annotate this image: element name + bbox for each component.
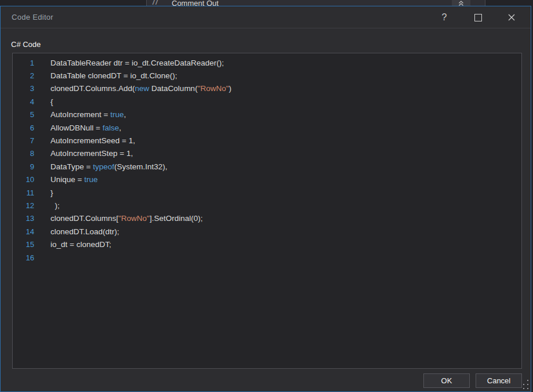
code-token: AutoIncrement = [50, 110, 110, 119]
background-window-strip: // Comment Out [0, 0, 533, 6]
code-text: AllowDBNull = false, [50, 124, 121, 132]
code-text: clonedDT.Columns.Add(new DataColumn("Row… [50, 84, 231, 93]
code-line[interactable]: 8AutoIncrementStep = 1, [13, 147, 521, 160]
line-number: 1 [13, 59, 34, 67]
code-text: DataTable clonedDT = io_dt.Clone(); [50, 71, 177, 80]
code-line[interactable]: 15io_dt = clonedDT; [13, 238, 521, 251]
code-token: io_dt = clonedDT; [50, 240, 111, 249]
line-number: 12 [13, 201, 34, 210]
code-line[interactable]: 12 ); [13, 199, 521, 212]
code-token: DataTable clonedDT = io_dt.Clone(); [50, 71, 177, 80]
code-token: ) [229, 84, 231, 93]
collapse-button[interactable] [452, 0, 470, 6]
code-token: clonedDT.Load(dtr); [50, 227, 119, 236]
code-text: } [50, 188, 53, 197]
code-text: AutoIncrementStep = 1, [50, 149, 133, 158]
menu-divider [146, 0, 147, 6]
code-text: AutoIncrementSeed = 1, [50, 136, 135, 145]
line-number: 14 [13, 227, 34, 236]
code-token: DataTableReader dtr = io_dt.CreateDataRe… [50, 59, 224, 67]
close-icon [507, 13, 516, 21]
code-token: new [135, 84, 150, 93]
code-token: clonedDT.Columns.Add( [50, 84, 135, 93]
code-token: , [124, 110, 126, 119]
code-editor-dialog: Code Editor ? C# Code 1DataTableReader d… [0, 6, 531, 392]
line-number: 16 [13, 253, 34, 262]
menu-divider [485, 0, 485, 6]
code-text: clonedDT.Columns["RowNo"].SetOrdinal(0); [50, 214, 202, 223]
dialog-title: Code Editor [12, 13, 53, 21]
code-token: AllowDBNull = [50, 124, 103, 132]
code-token: , [119, 124, 121, 132]
cancel-button[interactable]: Cancel [476, 373, 522, 388]
dialog-titlebar[interactable]: Code Editor ? [1, 6, 531, 28]
code-line[interactable]: 2DataTable clonedDT = io_dt.Clone(); [13, 69, 521, 82]
code-token: AutoIncrementStep = 1, [50, 149, 133, 158]
code-editor[interactable]: 1DataTableReader dtr = io_dt.CreateDataR… [12, 53, 522, 369]
code-section-label: C# Code [11, 40, 41, 49]
comment-out-icon: // [153, 0, 159, 6]
line-number: 5 [13, 110, 34, 119]
code-token: { [50, 97, 53, 106]
code-line[interactable]: 6AllowDBNull = false, [13, 121, 521, 134]
code-token: DataColumn( [149, 84, 197, 93]
code-token: Unique = [50, 175, 84, 184]
maximize-button[interactable] [469, 9, 487, 26]
code-token: false [103, 124, 119, 132]
code-text: DataTableReader dtr = io_dt.CreateDataRe… [50, 59, 224, 67]
line-number: 4 [13, 97, 34, 106]
code-text: clonedDT.Load(dtr); [50, 227, 119, 236]
code-token: (System.Int32), [114, 162, 168, 171]
help-button[interactable]: ? [436, 9, 453, 26]
code-token: ].SetOrdinal(0); [150, 214, 203, 223]
code-text: Unique = true [50, 175, 97, 184]
code-text: DataType = typeof(System.Int32), [50, 162, 167, 171]
code-line[interactable]: 14clonedDT.Load(dtr); [13, 225, 521, 238]
code-line[interactable]: 7AutoIncrementSeed = 1, [13, 134, 521, 147]
line-number: 9 [13, 162, 34, 171]
code-text: ); [50, 201, 60, 210]
code-token: "RowNo" [198, 84, 229, 93]
code-token: } [50, 188, 53, 197]
window-controls: ? [436, 6, 520, 28]
line-number: 10 [13, 175, 34, 184]
code-line[interactable]: 3clonedDT.Columns.Add(new DataColumn("Ro… [13, 82, 521, 95]
code-line[interactable]: 9DataType = typeof(System.Int32), [13, 160, 521, 173]
line-number: 15 [13, 240, 34, 249]
code-token: "RowNo" [118, 214, 150, 223]
maximize-icon [474, 14, 482, 21]
line-number: 11 [13, 188, 34, 197]
code-line[interactable]: 4{ [13, 95, 521, 108]
code-token: true [110, 110, 124, 119]
line-number: 6 [13, 124, 34, 132]
code-token: true [84, 175, 97, 184]
line-number: 2 [13, 71, 34, 80]
resize-grip[interactable] [521, 380, 529, 390]
code-line[interactable]: 10Unique = true [13, 173, 521, 186]
dialog-footer: OK Cancel [423, 373, 522, 388]
code-token: DataType = [50, 162, 93, 171]
line-number: 8 [13, 149, 34, 158]
help-icon: ? [442, 12, 447, 23]
code-line[interactable]: 1DataTableReader dtr = io_dt.CreateDataR… [13, 56, 521, 69]
menu-item-comment-out[interactable]: Comment Out [172, 0, 219, 6]
code-text: io_dt = clonedDT; [50, 240, 111, 249]
code-text: { [50, 97, 53, 106]
code-line[interactable]: 16 [13, 251, 521, 264]
line-number: 3 [13, 84, 34, 93]
code-token: AutoIncrementSeed = 1, [50, 136, 135, 145]
line-number: 7 [13, 136, 34, 145]
code-line[interactable]: 11} [13, 186, 521, 199]
code-token: ); [50, 201, 60, 210]
code-text: AutoIncrement = true, [50, 110, 126, 119]
code-line[interactable]: 13clonedDT.Columns["RowNo"].SetOrdinal(0… [13, 212, 521, 225]
code-line[interactable]: 5AutoIncrement = true, [13, 108, 521, 121]
ok-button[interactable]: OK [423, 373, 470, 388]
close-button[interactable] [503, 9, 520, 26]
double-chevron-up-icon [458, 0, 465, 6]
code-token: clonedDT.Columns[ [50, 214, 118, 223]
code-token: typeof [93, 162, 114, 171]
line-number: 13 [13, 214, 34, 223]
